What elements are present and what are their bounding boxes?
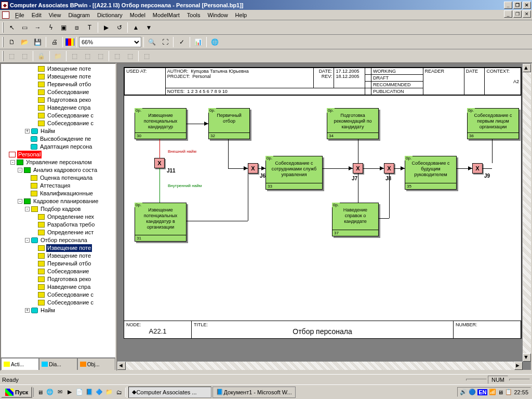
menu-model[interactable]: Model bbox=[126, 11, 149, 19]
tree-node[interactable]: Собеседование bbox=[3, 88, 115, 96]
activity-tool[interactable]: ▭ bbox=[19, 22, 31, 33]
activity-33[interactable]: 0р.Собеседование с сотрудниками служб уп… bbox=[265, 156, 323, 190]
v-scrollbar[interactable]: ▲▼ bbox=[523, 64, 531, 362]
maximize-button[interactable]: ❐ bbox=[513, 2, 522, 9]
system-tray[interactable]: 🔊 🔵 EN 📶 🖥 📋 22:55 bbox=[457, 387, 531, 397]
zoomin-button[interactable]: 🔍 bbox=[146, 36, 158, 48]
junction-j8[interactable]: X bbox=[384, 163, 394, 174]
tree-node[interactable]: +Найм bbox=[3, 307, 115, 314]
mm-btn3[interactable]: 🔒 bbox=[35, 50, 47, 62]
tree-node[interactable]: Высвобождение пе bbox=[3, 135, 115, 143]
tree-node[interactable]: Собеседование с bbox=[3, 299, 115, 307]
tree-node[interactable]: Собеседование bbox=[3, 268, 115, 275]
tree-node[interactable]: Извещение поте bbox=[3, 252, 115, 260]
tree-node[interactable]: -Кадровое планирование bbox=[3, 197, 115, 205]
tray-icon2[interactable]: 🔵 bbox=[469, 389, 476, 395]
task-word[interactable]: 📘 Документ1 - Microsoft W... bbox=[212, 387, 296, 398]
tree-node[interactable]: Первичный отбо bbox=[3, 81, 115, 88]
modelmart-button[interactable]: 🌐 bbox=[209, 36, 221, 48]
tree-node[interactable]: +Найм bbox=[3, 127, 115, 135]
tree-node[interactable]: Собеседование с bbox=[3, 291, 115, 299]
explorer-button[interactable] bbox=[65, 38, 74, 46]
menu-file[interactable]: File bbox=[11, 11, 28, 19]
ql-winamp-icon[interactable]: ▶ bbox=[65, 388, 74, 397]
tray-speaker-icon[interactable]: 🔊 bbox=[460, 389, 467, 395]
tree[interactable]: Извещение потеИзвещение потеПервичный от… bbox=[1, 64, 115, 315]
zoomfit-button[interactable]: ⛶ bbox=[159, 36, 171, 48]
junction-j11[interactable]: X bbox=[154, 158, 165, 168]
tree-node[interactable]: Квалификационные bbox=[3, 190, 115, 197]
ql-icon6[interactable]: 📘 bbox=[85, 388, 94, 397]
tray-icon5[interactable]: 📋 bbox=[505, 389, 512, 395]
ql-icon9[interactable]: 🗂 bbox=[114, 388, 124, 397]
activity-32[interactable]: 0р.Первичный отбор32 bbox=[208, 108, 250, 139]
zoom-select[interactable]: 66% bbox=[79, 37, 141, 47]
tab-objects[interactable]: Obj... bbox=[77, 358, 115, 370]
activity-30[interactable]: 0р.Извещение потенциальных кандидатур30 bbox=[135, 108, 187, 139]
minimize-button[interactable]: _ bbox=[504, 2, 512, 9]
tree-node[interactable]: Определение ист bbox=[3, 229, 115, 236]
menu-window[interactable]: Window bbox=[204, 11, 231, 19]
text-tool[interactable]: T bbox=[84, 22, 96, 33]
tab-activities[interactable]: Acti... bbox=[1, 358, 39, 370]
ql-icon7[interactable]: 🔷 bbox=[95, 388, 104, 397]
activity-35[interactable]: 0р.Собеседование с будущим руководителем… bbox=[405, 156, 457, 190]
tree-node[interactable]: -Отбор персонала bbox=[3, 236, 115, 244]
mm-btn10[interactable]: ⬚ bbox=[141, 50, 153, 62]
down-tool[interactable]: ▼ bbox=[143, 22, 155, 33]
undo-tool[interactable]: ↺ bbox=[113, 22, 125, 33]
tree-node[interactable]: Извещение поте bbox=[3, 244, 115, 252]
report-button[interactable]: 📊 bbox=[192, 36, 204, 48]
tree-node[interactable]: Собеседование с bbox=[3, 119, 115, 127]
mm-btn5[interactable]: ⬚ bbox=[69, 50, 81, 62]
h-scrollbar[interactable]: ◄► bbox=[117, 362, 523, 370]
mm-btn8[interactable]: ⬚ bbox=[111, 50, 123, 62]
menu-dictionary[interactable]: Dictionary bbox=[94, 11, 126, 19]
menu-tools[interactable]: Tools bbox=[183, 11, 204, 19]
mm-btn6[interactable]: ⬚ bbox=[82, 50, 94, 62]
activity-34[interactable]: 0р.Подготовка рекомендаций по кандидату3… bbox=[327, 108, 379, 139]
activity-36[interactable]: 0р.Собеседование с первым лицом организа… bbox=[467, 108, 519, 139]
tree-node[interactable]: Наведение спра bbox=[3, 283, 115, 291]
junction-j6[interactable]: X bbox=[248, 163, 258, 174]
tree-node[interactable]: Подготовка реко bbox=[3, 275, 115, 283]
start-button[interactable]: Пуск bbox=[1, 387, 32, 398]
menu-view[interactable]: View bbox=[45, 11, 65, 19]
junction-j7[interactable]: X bbox=[353, 163, 363, 174]
mm-btn7[interactable]: ⬚ bbox=[95, 50, 107, 62]
save-button[interactable]: 💾 bbox=[32, 36, 44, 48]
open-button[interactable]: 📂 bbox=[19, 36, 31, 48]
play-tool[interactable]: ▶ bbox=[100, 22, 112, 33]
ref-tool[interactable]: ▣ bbox=[58, 22, 70, 33]
mm-btn9[interactable]: ⬚ bbox=[124, 50, 136, 62]
menu-edit[interactable]: Edit bbox=[28, 11, 45, 19]
ql-icon5[interactable]: 📄 bbox=[75, 388, 84, 397]
tray-icon3[interactable]: 📶 bbox=[489, 389, 496, 395]
menu-diagram[interactable]: Diagram bbox=[64, 11, 94, 19]
mdi-icon[interactable] bbox=[2, 11, 9, 19]
diagram-canvas[interactable]: USED AT: AUTHOR: Купцова Татьяна Юрьевна… bbox=[124, 67, 522, 339]
ql-outlook-icon[interactable]: ✉ bbox=[55, 388, 64, 397]
menu-modelmart[interactable]: ModelMart bbox=[149, 11, 183, 19]
junction-j9[interactable]: X bbox=[472, 163, 483, 174]
task-bpwin[interactable]: ◆ Computer Associates ... bbox=[128, 387, 211, 398]
ref2-tool[interactable]: ⧈ bbox=[71, 22, 83, 33]
activity-31[interactable]: 0р.Извещение потенциальных кандидатур в … bbox=[135, 203, 187, 242]
tree-node[interactable]: Собеседование с bbox=[3, 112, 115, 119]
tree-node[interactable]: Извещение поте bbox=[3, 73, 115, 81]
tree-node[interactable]: Подготовка реко bbox=[3, 96, 115, 104]
ql-ie-icon[interactable]: 🌐 bbox=[45, 388, 55, 397]
squiggle-tool[interactable]: ϟ bbox=[45, 22, 57, 33]
tree-node[interactable]: Определение нех bbox=[3, 213, 115, 221]
tray-lang[interactable]: EN bbox=[477, 389, 487, 395]
mm-btn4[interactable]: 📁 bbox=[52, 50, 64, 62]
tree-node[interactable]: Аттестация bbox=[3, 182, 115, 190]
pointer-tool[interactable]: ↖ bbox=[6, 22, 18, 33]
tree-node[interactable]: -Анализ кадрового соста bbox=[3, 166, 115, 174]
tree-node[interactable]: Извещение поте bbox=[3, 65, 115, 73]
up-tool[interactable]: ▲ bbox=[130, 22, 142, 33]
arrow-tool[interactable]: → bbox=[32, 22, 44, 33]
mm-btn2[interactable]: ⬚ bbox=[19, 50, 31, 62]
mdi-close-button[interactable]: ✕ bbox=[523, 10, 531, 18]
tree-node[interactable]: Наведение спра bbox=[3, 104, 115, 112]
